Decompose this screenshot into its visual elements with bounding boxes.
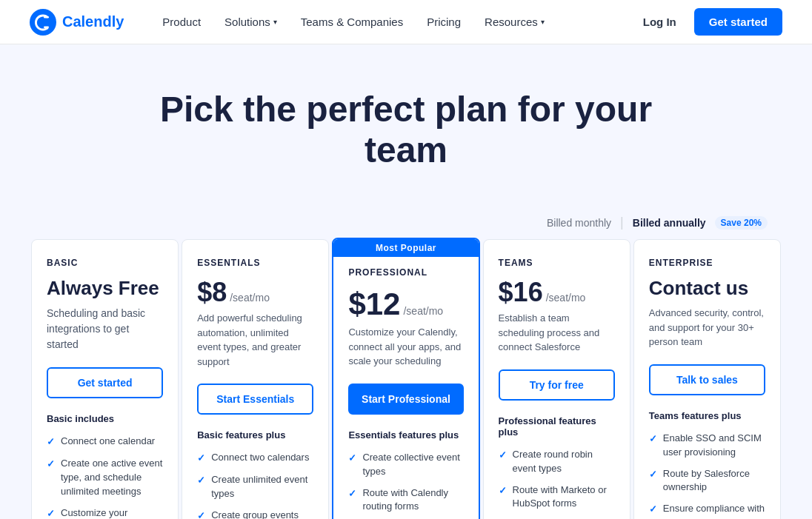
- check-icon: ✓: [47, 458, 55, 472]
- feature-list-enterprise: ✓ Enable SSO and SCIM user provisioning …: [649, 432, 765, 519]
- most-popular-badge: Most Popular: [333, 239, 478, 257]
- save-badge: Save 20%: [715, 216, 768, 230]
- navbar: Calendly Product Solutions ▾ Teams & Com…: [0, 0, 812, 44]
- plan-price-row-essentials: $8 /seat/mo: [197, 277, 313, 308]
- list-item: ✓ Create unlimited event types: [197, 473, 313, 501]
- nav-resources[interactable]: Resources ▾: [476, 10, 553, 34]
- chevron-down-icon: ▾: [541, 18, 545, 26]
- list-item: ✓ Route with Marketo or HubSpot forms: [499, 483, 615, 512]
- svg-point-0: [30, 9, 56, 36]
- features-heading-teams: Professional features plus: [499, 415, 615, 438]
- login-button[interactable]: Log In: [634, 10, 685, 34]
- nav-teams-companies[interactable]: Teams & Companies: [292, 10, 412, 34]
- plan-card-professional: Most Popular PROFESSIONAL $12 /seat/mo C…: [332, 238, 479, 519]
- svg-rect-2: [44, 26, 49, 28]
- plan-name-teams: TEAMS: [499, 258, 615, 268]
- plan-price-unit-teams: /seat/mo: [546, 292, 586, 304]
- features-heading-basic: Basic includes: [47, 413, 163, 424]
- check-icon: ✓: [197, 509, 205, 519]
- billing-toggle: Billed monthly | Billed annually Save 20…: [0, 200, 812, 238]
- plan-name-essentials: ESSENTIALS: [197, 258, 313, 268]
- check-icon: ✓: [197, 474, 205, 488]
- plan-name-professional: PROFESSIONAL: [348, 267, 463, 278]
- get-started-button[interactable]: Get started: [694, 8, 782, 36]
- list-item: ✓ Connect two calendars: [197, 451, 313, 466]
- plan-card-teams: TEAMS $16 /seat/mo Establish a team sche…: [483, 239, 630, 519]
- chevron-down-icon: ▾: [273, 18, 277, 26]
- plan-tagline-enterprise: Advanced security, control, and support …: [649, 306, 765, 349]
- nav-actions: Log In Get started: [634, 8, 782, 36]
- plan-tagline-teams: Establish a team scheduling process and …: [499, 311, 615, 355]
- plan-price-row-professional: $12 /seat/mo: [348, 287, 463, 322]
- check-icon: ✓: [499, 484, 507, 498]
- nav-solutions[interactable]: Solutions ▾: [216, 10, 286, 34]
- plan-name-enterprise: ENTERPRISE: [649, 258, 765, 268]
- pricing-section: BASIC Always Free Scheduling and basic i…: [0, 238, 812, 519]
- list-item: ✓ Create collective event types: [348, 451, 463, 479]
- list-item: ✓ Enable SSO and SCIM user provisioning: [649, 432, 765, 460]
- billing-annually[interactable]: Billed annually: [633, 217, 706, 229]
- plan-card-enterprise: ENTERPRISE Contact us Advanced security,…: [633, 239, 781, 519]
- list-item: ✓ Route by Salesforce ownership: [649, 467, 765, 495]
- plan-card-essentials: ESSENTIALS $8 /seat/mo Add powerful sche…: [182, 239, 329, 519]
- list-item: ✓ Create group events: [197, 509, 313, 519]
- plan-price-row-teams: $16 /seat/mo: [499, 277, 615, 308]
- feature-list-professional: ✓ Create collective event types ✓ Route …: [348, 451, 463, 519]
- plan-tagline-professional: Customize your Calendly, connect all you…: [348, 325, 463, 369]
- plan-btn-enterprise[interactable]: Talk to sales: [649, 364, 765, 395]
- plan-btn-basic[interactable]: Get started: [47, 367, 163, 398]
- logo[interactable]: Calendly: [30, 9, 124, 36]
- check-icon: ✓: [649, 468, 657, 482]
- plan-card-basic: BASIC Always Free Scheduling and basic i…: [31, 239, 179, 519]
- check-icon: ✓: [499, 449, 507, 463]
- plan-btn-essentials[interactable]: Start Essentials: [197, 384, 313, 415]
- plan-btn-professional[interactable]: Start Professional: [348, 384, 463, 415]
- plan-price-professional: $12: [348, 287, 400, 322]
- check-icon: ✓: [348, 452, 356, 466]
- pricing-grid: BASIC Always Free Scheduling and basic i…: [30, 238, 782, 519]
- check-icon: ✓: [649, 432, 657, 446]
- check-icon: ✓: [348, 487, 356, 501]
- feature-list-teams: ✓ Create round robin event types ✓ Route…: [499, 448, 615, 519]
- plan-price-unit-professional: /seat/mo: [403, 305, 443, 317]
- list-item: ✓ Route with Calendly routing forms: [348, 486, 463, 515]
- plan-price-essentials: $8: [197, 277, 227, 308]
- billing-monthly[interactable]: Billed monthly: [547, 217, 611, 229]
- plan-price-basic: Always Free: [47, 277, 163, 300]
- list-item: ✓ Create one active event type, and sche…: [47, 457, 163, 499]
- hero-section: Pick the perfect plan for your team: [0, 44, 812, 200]
- feature-list-essentials: ✓ Connect two calendars ✓ Create unlimit…: [197, 451, 313, 519]
- plan-btn-teams[interactable]: Try for free: [499, 369, 615, 401]
- check-icon: ✓: [649, 503, 657, 517]
- plan-price-unit-essentials: /seat/mo: [230, 292, 270, 304]
- check-icon: ✓: [47, 507, 55, 519]
- list-item: ✓ Customize your booking link and brand …: [47, 506, 163, 519]
- nav-product[interactable]: Product: [153, 10, 210, 34]
- plan-tagline-essentials: Add powerful scheduling automation, unli…: [197, 311, 313, 369]
- plan-price-teams: $16: [499, 277, 543, 308]
- billing-divider: |: [620, 215, 624, 230]
- plan-name-basic: BASIC: [47, 258, 163, 268]
- list-item: ✓ Ensure compliance with an activity (au…: [649, 502, 765, 519]
- svg-rect-1: [44, 16, 49, 19]
- check-icon: ✓: [47, 435, 55, 449]
- plan-price-enterprise: Contact us: [649, 277, 765, 300]
- features-heading-enterprise: Teams features plus: [649, 410, 765, 421]
- hero-title: Pick the perfect plan for your team: [147, 89, 665, 170]
- list-item: ✓ Create round robin event types: [499, 448, 615, 476]
- logo-text: Calendly: [62, 13, 124, 30]
- nav-pricing[interactable]: Pricing: [418, 10, 470, 34]
- feature-list-basic: ✓ Connect one calendar ✓ Create one acti…: [47, 435, 163, 519]
- list-item: ✓ Connect one calendar: [47, 435, 163, 449]
- nav-links: Product Solutions ▾ Teams & Companies Pr…: [153, 10, 633, 34]
- plan-tagline-basic: Scheduling and basic integrations to get…: [47, 306, 163, 352]
- check-icon: ✓: [197, 452, 205, 466]
- features-heading-essentials: Basic features plus: [197, 429, 313, 441]
- features-heading-professional: Essentials features plus: [348, 429, 463, 441]
